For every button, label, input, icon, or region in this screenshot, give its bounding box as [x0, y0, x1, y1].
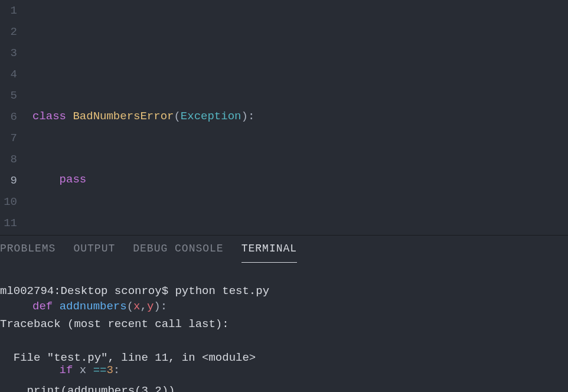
line-number: 4: [0, 64, 17, 85]
code-line[interactable]: if x ==3:: [32, 360, 568, 381]
line-number: 10: [0, 191, 17, 213]
code-area[interactable]: class BadNumbersError(Exception): pass d…: [32, 0, 568, 235]
line-number-gutter: 1 2 3 4 5 6 7 8 9 10 11: [0, 0, 32, 235]
line-number: 1: [0, 0, 17, 21]
keyword-def: def: [32, 300, 53, 313]
function-name: addnumbers: [60, 300, 127, 313]
class-name: BadNumbersError: [73, 110, 174, 123]
keyword-if: if: [60, 364, 73, 377]
code-line[interactable]: [32, 42, 568, 63]
number-3: 3: [106, 364, 113, 377]
keyword-class: class: [32, 110, 66, 123]
line-number: 5: [0, 85, 17, 106]
param-y: y: [147, 300, 154, 313]
code-editor[interactable]: 1 2 3 4 5 6 7 8 9 10 11 class BadNumbers…: [0, 0, 568, 235]
code-line[interactable]: pass: [32, 169, 568, 190]
var-x: x: [80, 364, 86, 377]
code-line[interactable]: [32, 233, 568, 254]
param-x: x: [133, 300, 140, 313]
code-line[interactable]: def addnumbers(x,y):: [32, 296, 568, 317]
line-number: 3: [0, 43, 17, 64]
line-number: 8: [0, 149, 17, 170]
builtin-exception: Exception: [181, 110, 241, 123]
line-number: 6: [0, 106, 17, 128]
line-number: 2: [0, 21, 17, 43]
keyword-pass: pass: [60, 173, 87, 186]
line-number: 7: [0, 128, 17, 149]
line-number: 11: [0, 213, 17, 234]
code-line[interactable]: class BadNumbersError(Exception):: [32, 106, 568, 127]
line-number: 9: [0, 170, 17, 191]
